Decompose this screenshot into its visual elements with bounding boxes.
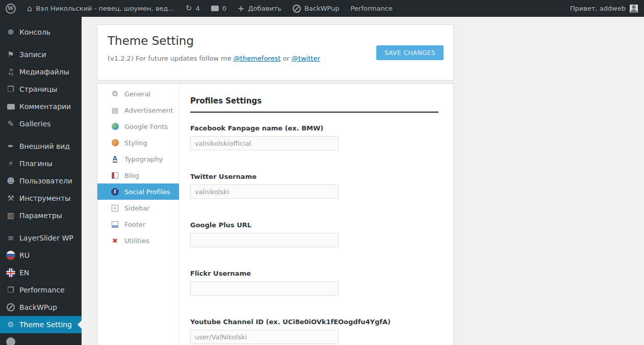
tab-styling[interactable]: Styling — [97, 135, 179, 151]
sidebar-panel-icon: » — [110, 205, 120, 211]
sidebar-item-comments[interactable]: Комментарии — [0, 98, 82, 115]
tab-utilities[interactable]: ✖ Utilities — [97, 232, 179, 249]
backwpup-menu[interactable]: BackWPup — [287, 0, 345, 17]
sidebar-item-label: Инструменты — [19, 194, 70, 202]
sidebar-item-theme-setting[interactable]: ⚙ Theme Setting — [0, 316, 82, 333]
sidebar-item-backwpup[interactable]: BackWPup — [0, 299, 82, 316]
cube-icon: ❒ — [5, 286, 16, 294]
sidebar-item-partial[interactable] — [0, 333, 82, 345]
performance-menu[interactable]: Performance — [345, 0, 398, 17]
tab-footer[interactable]: Footer — [97, 216, 179, 232]
comments-indicator[interactable]: 0 — [205, 0, 232, 17]
twitter-username-label: Twitter Username — [190, 173, 439, 180]
sidebar-item-label: Galleries — [19, 120, 50, 128]
add-new-label: Добавить — [248, 5, 281, 12]
gear-icon: ⚙ — [110, 90, 120, 98]
sidebar-item-settings[interactable]: ▥ Параметры — [0, 207, 82, 224]
add-new-menu[interactable]: + Добавить — [232, 0, 287, 17]
sidebar-item-dashboard[interactable]: ☸ Консоль — [0, 23, 82, 41]
media-icon: ♫ — [5, 68, 16, 76]
tab-social-profiles[interactable]: f Social Profiles — [97, 183, 179, 200]
avatar — [630, 5, 638, 13]
home-icon: ⌂ — [27, 5, 32, 13]
facebook-bubble-icon: f — [110, 188, 120, 196]
plus-icon: + — [238, 5, 244, 13]
facebook-fanpage-label: Facebook Fanpage name (ex. BMW) — [190, 124, 439, 132]
account-menu[interactable]: Привет, addweb — [570, 5, 644, 13]
tab-typography[interactable]: A Typography — [97, 151, 179, 167]
facebook-fanpage-input[interactable] — [190, 136, 339, 150]
flickr-username-input[interactable] — [190, 281, 339, 296]
youtube-channel-input[interactable] — [190, 330, 339, 344]
twitter-username-input[interactable] — [190, 184, 339, 199]
tab-blog[interactable]: Blog — [97, 167, 179, 183]
updates-icon: ↻ — [186, 5, 192, 12]
sidebar-item-ru[interactable]: RU — [0, 247, 82, 264]
comments-count: 0 — [222, 5, 226, 12]
greeting-text: Привет, addweb — [570, 5, 626, 12]
sidebar-item-appearance[interactable]: ✒ Внешний вид — [0, 138, 82, 155]
pages-icon: ❐ — [5, 86, 16, 93]
wordpress-logo-icon: W — [6, 4, 16, 14]
tab-sidebar[interactable]: » Sidebar — [97, 200, 179, 216]
en-flag-icon — [5, 268, 16, 277]
sidebar-item-galleries[interactable]: ✎ Galleries — [0, 115, 82, 132]
sidebar-item-label: LayerSlider WP — [19, 234, 73, 242]
sidebar-item-label: Внешний вид — [19, 142, 70, 150]
footer-panel-icon — [110, 221, 120, 228]
sidebar-item-media[interactable]: ♫ Медиафайлы — [0, 63, 82, 81]
sidebar-item-tools[interactable]: ⚒ Инструменты — [0, 190, 82, 207]
themeforest-link[interactable]: @themeforest — [234, 55, 280, 62]
youtube-channel-label: Youtube Channel ID (ex. UCi8e0iOVk1fEOog… — [190, 318, 439, 326]
typography-icon: A — [110, 155, 120, 163]
circle-icon — [5, 337, 16, 345]
sidebar-item-label: Медиафайлы — [19, 68, 69, 76]
sidebar-item-label: BackWPup — [19, 303, 57, 311]
section-title: Profiles Settings — [190, 84, 439, 113]
field-group-youtube: Youtube Channel ID (ex. UCi8e0iOVk1fEOog… — [190, 318, 439, 344]
sidebar-item-pages[interactable]: ❐ Страницы — [0, 81, 82, 98]
tab-google-fonts[interactable]: Google Fonts — [97, 118, 179, 135]
dashboard-icon: ☸ — [5, 29, 16, 36]
backwpup-icon — [5, 303, 16, 311]
updates-indicator[interactable]: ↻ 4 — [180, 0, 205, 17]
plugins-icon: ⚡ — [5, 160, 16, 168]
performance-label: Performance — [350, 5, 392, 12]
field-group-facebook: Facebook Fanpage name (ex. BMW) — [190, 124, 439, 150]
site-link[interactable]: ⌂ Вэл Никольский - певец, шоумен, вед... — [21, 0, 180, 17]
backwpup-label: BackWPup — [304, 5, 340, 12]
google-plus-url-input[interactable] — [190, 233, 339, 247]
settings-card: ⚙ General ▤ Advertisement Google Fonts S… — [97, 83, 454, 345]
sidebar-item-posts[interactable]: ⚑ Записи — [0, 46, 82, 63]
sidebar-item-label: Пользователи — [19, 177, 72, 185]
tab-general[interactable]: ⚙ General — [97, 86, 179, 102]
users-icon: ☻ — [5, 177, 16, 185]
book-icon — [110, 172, 120, 179]
sidebar-item-label: Плагины — [19, 160, 53, 168]
subtitle-text: (v1.2.2) For future updates follow me — [108, 55, 234, 62]
sidebar-item-label: Performance — [19, 286, 65, 294]
site-name: Вэл Никольский - певец, шоумен, вед... — [36, 5, 174, 12]
sidebar-item-label: Комментарии — [19, 102, 71, 111]
sidebar-item-label: RU — [19, 251, 30, 259]
field-group-googleplus: Google Plus URL — [190, 221, 439, 247]
page-title: Theme Setting — [108, 34, 194, 47]
sidebar-item-en[interactable]: EN — [0, 264, 82, 281]
page-header-card: Theme Setting (v1.2.2) For future update… — [97, 24, 454, 81]
twitter-link[interactable]: @twitter — [292, 55, 320, 62]
tab-advertisement[interactable]: ▤ Advertisement — [97, 102, 179, 118]
tab-label: Typography — [124, 155, 163, 163]
tab-label: Blog — [124, 172, 139, 179]
tab-label: Social Profiles — [124, 188, 170, 196]
sidebar-item-plugins[interactable]: ⚡ Плагины — [0, 155, 82, 172]
sidebar-item-layerslider[interactable]: ≡ LayerSlider WP — [0, 229, 82, 247]
profiles-settings-form: Profiles Settings Facebook Fanpage name … — [179, 84, 453, 345]
galleries-icon: ✎ — [5, 120, 16, 128]
pushpin-icon: ⚑ — [5, 51, 16, 59]
sidebar-item-users[interactable]: ☻ Пользователи — [0, 172, 82, 190]
save-changes-button[interactable]: SAVE CHANGES — [376, 45, 444, 60]
sidebar-item-performance[interactable]: ❒ Performance — [0, 281, 82, 299]
tools-cross-icon: ✖ — [110, 237, 120, 244]
tab-label: Advertisement — [124, 107, 173, 114]
wordpress-menu[interactable]: W — [0, 0, 21, 17]
